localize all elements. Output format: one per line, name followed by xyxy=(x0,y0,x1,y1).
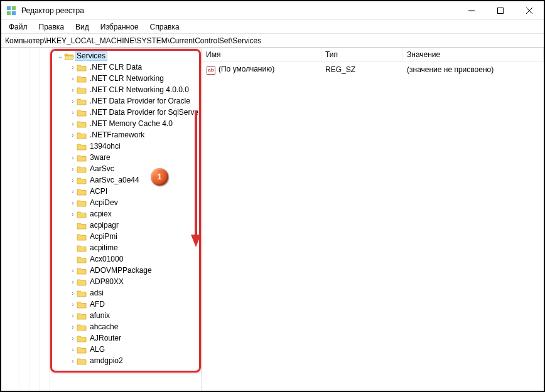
folder-icon xyxy=(77,277,87,286)
tree-item-label: ADP80XX xyxy=(89,277,124,286)
tree-item-label: AarSvc xyxy=(89,164,114,173)
svg-rect-2 xyxy=(7,11,11,15)
folder-icon xyxy=(77,243,87,252)
chevron-right-icon[interactable]: › xyxy=(69,188,77,195)
tree-item-label: acpiex xyxy=(89,209,112,218)
tree-item-label: ahcache xyxy=(89,322,118,331)
chevron-right-icon[interactable]: › xyxy=(69,166,77,172)
chevron-right-icon[interactable]: › xyxy=(69,211,77,218)
chevron-right-icon[interactable]: › xyxy=(69,132,77,139)
chevron-right-icon[interactable]: › xyxy=(69,267,77,274)
folder-icon xyxy=(77,63,87,72)
folder-icon xyxy=(77,187,87,196)
folder-icon xyxy=(77,221,87,230)
app-icon xyxy=(6,6,16,16)
minimize-button[interactable] xyxy=(457,1,486,19)
folder-icon xyxy=(77,130,87,139)
tree-item-label: .NET CLR Networking 4.0.0.0 xyxy=(89,85,189,94)
chevron-right-icon[interactable]: › xyxy=(69,98,77,105)
value-type-cell: REG_SZ xyxy=(321,65,403,74)
folder-icon xyxy=(77,311,87,320)
chevron-right-icon[interactable]: › xyxy=(69,109,77,116)
window-title: Редактор реестра xyxy=(21,6,457,15)
tree-item-label: .NET Memory Cache 4.0 xyxy=(89,119,173,128)
chevron-right-icon[interactable]: › xyxy=(69,290,77,297)
folder-icon xyxy=(77,209,87,218)
close-button[interactable] xyxy=(515,1,544,19)
tree-item-label: .NETFramework xyxy=(89,130,144,139)
tree-item-label: acpipagr xyxy=(89,221,119,230)
tree-item-label: adsi xyxy=(89,289,104,297)
folder-icon xyxy=(77,153,87,162)
values-header: Имя Тип Значение xyxy=(202,48,544,61)
folder-icon xyxy=(77,232,87,241)
chevron-right-icon[interactable]: › xyxy=(69,358,77,364)
folder-icon xyxy=(77,74,87,83)
menu-help[interactable]: Справка xyxy=(145,21,185,33)
tree-item-label: 3ware xyxy=(89,153,111,162)
chevron-right-icon[interactable]: › xyxy=(69,199,77,206)
tree-item-label: AcpiDev xyxy=(89,198,118,207)
tree-item-label: ACPI xyxy=(89,187,107,196)
chevron-right-icon[interactable]: › xyxy=(69,312,77,319)
value-row[interactable]: ab(По умолчанию)REG_SZ(значение не присв… xyxy=(202,64,544,75)
chevron-right-icon[interactable]: › xyxy=(69,154,77,161)
titlebar: Редактор реестра xyxy=(1,1,544,20)
folder-icon xyxy=(77,97,87,105)
address-input[interactable] xyxy=(1,34,544,47)
svg-rect-0 xyxy=(7,6,11,10)
chevron-down-icon[interactable]: ⌄ xyxy=(57,53,64,60)
tree-item-label: .NET CLR Data xyxy=(89,63,142,72)
folder-icon xyxy=(77,255,87,263)
menubar: Файл Правка Вид Избранное Справка xyxy=(1,20,544,34)
maximize-button[interactable] xyxy=(486,1,515,19)
tree-item-label: ADOVMPPackage xyxy=(89,266,152,275)
chevron-right-icon[interactable]: › xyxy=(69,87,77,93)
folder-icon xyxy=(77,356,87,365)
header-name[interactable]: Имя xyxy=(202,48,321,61)
menu-file[interactable]: Файл xyxy=(4,21,33,33)
folder-icon xyxy=(77,85,87,94)
chevron-right-icon[interactable]: › xyxy=(69,301,77,308)
address-bar xyxy=(1,34,544,48)
menu-favorites[interactable]: Избранное xyxy=(95,21,144,33)
folder-icon xyxy=(77,334,87,342)
tree-item-label: Services xyxy=(75,51,107,61)
chevron-right-icon[interactable]: › xyxy=(69,120,77,127)
header-value[interactable]: Значение xyxy=(403,48,544,61)
tree-item-label: .NET Data Provider for Oracle xyxy=(89,97,190,105)
tree-item-label: 1394ohci xyxy=(89,142,121,151)
folder-icon xyxy=(77,142,87,151)
tree-panel[interactable]: ⌄Services›.NET CLR Data›.NET CLR Network… xyxy=(1,48,202,391)
folder-open-icon xyxy=(64,51,74,60)
tree-item-label: AarSvc_a0e44 xyxy=(89,176,139,184)
menu-edit[interactable]: Правка xyxy=(34,21,70,33)
svg-rect-5 xyxy=(498,8,504,13)
folder-icon xyxy=(77,198,87,207)
values-body: ab(По умолчанию)REG_SZ(значение не присв… xyxy=(202,61,544,78)
folder-icon xyxy=(77,345,87,354)
folder-icon xyxy=(77,164,87,173)
tree-item-label: Acx01000 xyxy=(89,255,123,263)
folder-icon xyxy=(77,300,87,309)
tree-item-label: .NET CLR Networking xyxy=(89,74,164,83)
svg-rect-1 xyxy=(12,6,16,10)
tree-item-label: .NET Data Provider for SqlServer xyxy=(89,108,201,117)
chevron-right-icon[interactable]: › xyxy=(69,346,77,353)
folder-icon xyxy=(77,108,87,117)
value-data-cell: (значение не присвоено) xyxy=(403,65,544,74)
header-type[interactable]: Тип xyxy=(321,48,403,61)
window-controls xyxy=(457,1,544,19)
tree-item-label: afunix xyxy=(89,311,110,320)
tree-item-label: ALG xyxy=(89,345,105,354)
svg-rect-3 xyxy=(12,11,16,15)
chevron-right-icon[interactable]: › xyxy=(69,177,77,184)
chevron-right-icon[interactable]: › xyxy=(69,324,77,331)
chevron-right-icon[interactable]: › xyxy=(69,75,77,82)
chevron-right-icon[interactable]: › xyxy=(69,278,77,285)
folder-icon xyxy=(77,266,87,275)
chevron-right-icon[interactable]: › xyxy=(69,64,77,71)
folder-icon xyxy=(77,289,87,297)
chevron-right-icon[interactable]: › xyxy=(69,335,77,342)
menu-view[interactable]: Вид xyxy=(70,21,94,33)
